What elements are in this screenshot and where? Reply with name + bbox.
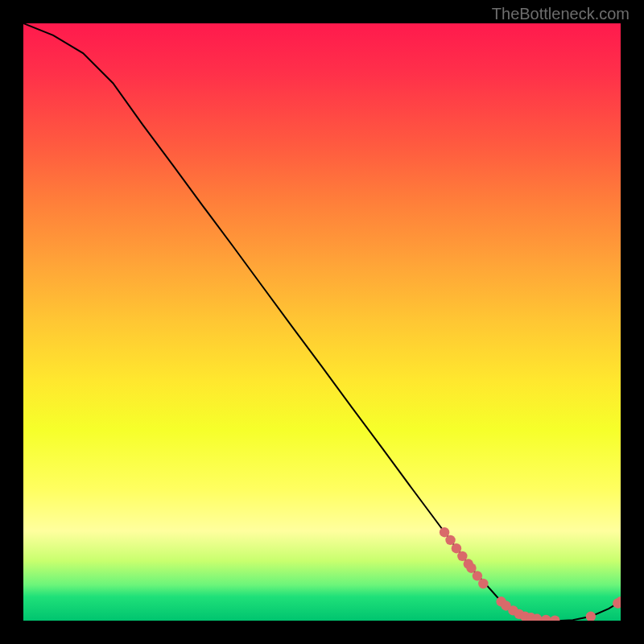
data-marker bbox=[478, 579, 488, 588]
plot-area bbox=[23, 23, 621, 621]
chart-container: TheBottleneck.com bbox=[0, 0, 644, 644]
data-marker bbox=[445, 535, 455, 545]
bottleneck-curve bbox=[23, 23, 621, 621]
chart-overlay bbox=[23, 23, 621, 621]
data-marker bbox=[541, 615, 551, 621]
data-marker bbox=[550, 615, 559, 621]
markers-group bbox=[440, 527, 621, 621]
watermark-text: TheBottleneck.com bbox=[492, 5, 630, 23]
curve-group bbox=[23, 23, 621, 621]
data-marker bbox=[586, 612, 596, 621]
